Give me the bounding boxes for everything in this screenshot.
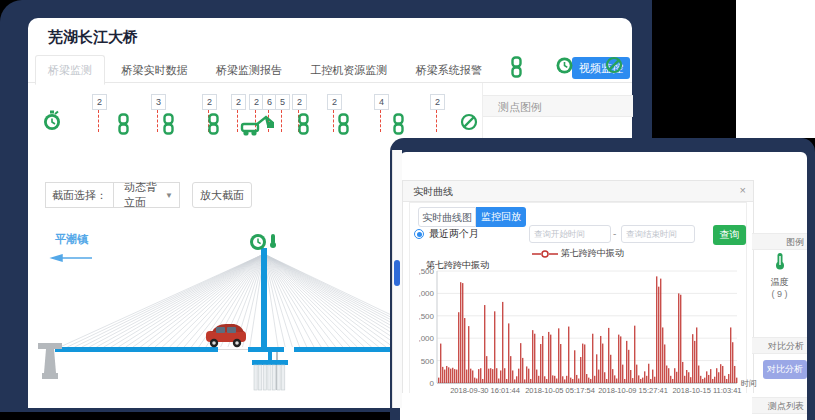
sensor-count-badge: 2	[231, 94, 246, 110]
svg-text:1,000: 1,000	[419, 334, 435, 343]
desktop: { "main": { "title": "芜湖长江大桥", "tabs": […	[0, 0, 815, 420]
sensor-count-badge: 2	[292, 94, 307, 110]
sensor-count-badge: 3	[151, 94, 166, 110]
svg-text:2018-10-09 15:27:41: 2018-10-09 15:27:41	[598, 386, 668, 395]
temperature-count: ( 9 )	[752, 289, 807, 299]
recent-two-months-radio[interactable]	[414, 229, 424, 239]
query-start-time-input[interactable]	[529, 225, 611, 243]
legend-clock-icon	[555, 56, 574, 79]
svg-text:2018-09-30 16:01:44: 2018-09-30 16:01:44	[450, 386, 520, 395]
chevron-down-icon: ▼	[165, 191, 179, 200]
legend-link-icon	[510, 56, 523, 82]
tab-bridge-monitor[interactable]: 桥梁监测	[35, 55, 105, 85]
scrollbar-thumb[interactable]	[394, 260, 400, 286]
link-icon[interactable]	[337, 113, 350, 139]
thermometer-icon	[774, 252, 786, 270]
main-tab-bar: 桥梁监测 桥梁实时数据 桥梁监测报告 工控机资源监测 桥梁系统报警	[28, 55, 632, 83]
sensor-dashed-line	[237, 110, 238, 132]
sensor-strip: 23222652242	[28, 83, 484, 143]
dialog-header: 实时曲线 ×	[403, 181, 753, 202]
link-icon[interactable]	[392, 113, 405, 139]
tab-bridge-alarm[interactable]: 桥梁系统报警	[404, 56, 494, 84]
temperature-label: 温度	[752, 276, 807, 289]
range-separator: -	[613, 228, 616, 239]
side-section-legend: 图例	[752, 233, 807, 250]
side-section-point-list: 测点列表	[752, 397, 807, 414]
enlarge-section-button[interactable]: 放大截面	[192, 182, 252, 208]
svg-text:2,000: 2,000	[419, 289, 435, 298]
sensor-dashed-line	[436, 110, 437, 132]
link-icon[interactable]	[162, 113, 175, 139]
tab-realtime-curve[interactable]: 实时曲线图	[418, 207, 476, 227]
machine-icon[interactable]	[240, 113, 276, 141]
compare-analysis-button[interactable]: 对比分析	[763, 360, 807, 379]
legend-panel-header: 测点图例	[483, 95, 633, 117]
sensor-dashed-line	[380, 110, 381, 132]
sensor-count-badge: 5	[275, 94, 290, 110]
modal-window: 实时曲线 × 实时曲线图 监控回放 最近两个月 - 查询 第七跨跨中振动 第七跨…	[400, 152, 807, 420]
svg-text:2018-10-15 11:03:41: 2018-10-15 11:03:41	[672, 386, 741, 395]
stopwatch-icon[interactable]	[42, 109, 62, 136]
tab-monitor-playback[interactable]: 监控回放	[476, 207, 526, 227]
side-section-compare: 对比分析	[752, 337, 807, 354]
tab-bridge-report[interactable]: 桥梁监测报告	[204, 56, 294, 84]
tab-bridge-realtime-data[interactable]: 桥梁实时数据	[109, 56, 199, 84]
query-button[interactable]: 查询	[713, 225, 746, 245]
link-icon[interactable]	[297, 113, 310, 139]
close-icon[interactable]: ×	[740, 184, 746, 196]
link-icon[interactable]	[117, 113, 130, 139]
background-window	[736, 0, 815, 138]
realtime-curve-dialog: 实时曲线 × 实时曲线图 监控回放 最近两个月 - 查询 第七跨跨中振动 第七跨…	[402, 180, 754, 393]
svg-text:2,500: 2,500	[419, 269, 435, 276]
temperature-legend-item[interactable]: 温度 ( 9 )	[752, 252, 807, 299]
query-end-time-input[interactable]	[621, 225, 695, 243]
modal-window-frame: 实时曲线 × 实时曲线图 监控回放 最近两个月 - 查询 第七跨跨中振动 第七跨…	[390, 138, 815, 420]
legend-series-label: 第七跨跨中振动	[561, 248, 624, 258]
section-select-dropdown[interactable]: 动态背立面	[114, 180, 165, 210]
svg-text:2018-10-05 05:17:54: 2018-10-05 05:17:54	[525, 386, 595, 395]
recent-two-months-label: 最近两个月	[429, 227, 479, 241]
link-icon[interactable]	[207, 113, 220, 139]
page-title: 芜湖长江大桥	[48, 28, 138, 47]
svg-text:500: 500	[421, 357, 435, 366]
sensor-count-badge: 2	[202, 94, 217, 110]
sensor-dashed-line	[333, 110, 334, 132]
sensor-dashed-line	[281, 110, 282, 132]
sensor-count-badge: 4	[374, 94, 389, 110]
scrollbar[interactable]	[392, 150, 402, 408]
legend-marker-icon	[532, 250, 558, 258]
svg-text:1,500: 1,500	[419, 312, 435, 321]
sensor-count-badge: 2	[92, 94, 107, 110]
sensor-count-badge: 2	[327, 94, 342, 110]
tab-ipc-resource-monitor[interactable]: 工控机资源监测	[298, 56, 399, 84]
section-select-label: 截面选择：	[46, 183, 114, 207]
dialog-title: 实时曲线	[413, 185, 453, 199]
svg-text:时间: 时间	[741, 379, 757, 388]
vibration-chart[interactable]: 2,5002,0001,5001,00050002018-09-30 16:01…	[419, 269, 759, 405]
sensor-count-badge: 2	[430, 94, 445, 110]
legend-noentry-icon	[605, 56, 623, 78]
noentry-icon[interactable]	[460, 113, 478, 135]
svg-text:0: 0	[430, 379, 435, 388]
sensor-dashed-line	[157, 110, 158, 132]
section-select-group: 截面选择： 动态背立面 ▼	[45, 182, 180, 208]
sensor-dashed-line	[98, 110, 99, 132]
